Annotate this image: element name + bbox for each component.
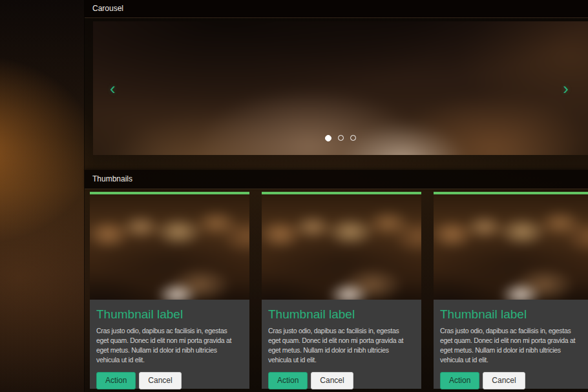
carousel-section-title: Carousel (92, 4, 123, 13)
carousel-indicator-3[interactable] (350, 135, 356, 141)
thumbnails-section-header: Thumbnails (85, 170, 588, 189)
carousel-section-header: Carousel (85, 0, 588, 18)
carousel-indicators (93, 132, 588, 143)
thumbnail-label: Thumbnail label (440, 307, 587, 322)
carousel-indicator-2[interactable] (338, 135, 344, 141)
thumbnail-card-1: Thumbnail label Cras justo odio, dapibus… (90, 192, 249, 389)
thumbnail-image (262, 194, 421, 300)
thumbnail-image (434, 194, 588, 300)
carousel: ‹ › (93, 21, 588, 155)
action-button[interactable]: Action (96, 372, 136, 389)
page-background: Carousel ‹ › Thumbnails Thumbnail label … (0, 0, 588, 392)
thumbnail-image-layer (262, 194, 421, 300)
thumbnail-caption: Thumbnail label Cras justo odio, dapibus… (434, 300, 588, 389)
thumbnail-image-layer (90, 194, 249, 300)
thumbnail-image (90, 194, 249, 300)
cancel-button[interactable]: Cancel (139, 372, 181, 389)
thumbnails-section-title: Thumbnails (92, 174, 132, 183)
thumbnails-row: Thumbnail label Cras justo odio, dapibus… (90, 192, 588, 389)
chevron-left-icon[interactable]: ‹ (110, 80, 116, 97)
chevron-right-icon[interactable]: › (563, 80, 569, 97)
thumbnail-description: Cras justo odio, dapibus ac facilisis in… (96, 326, 243, 365)
action-button[interactable]: Action (440, 372, 479, 389)
carousel-indicator-1[interactable] (325, 135, 331, 141)
thumbnail-image-layer (434, 194, 588, 300)
cancel-button[interactable]: Cancel (311, 372, 353, 389)
thumbnail-caption: Thumbnail label Cras justo odio, dapibus… (90, 300, 249, 389)
thumbnail-card-2: Thumbnail label Cras justo odio, dapibus… (262, 192, 421, 389)
content-panel: Carousel ‹ › Thumbnails Thumbnail label … (84, 0, 588, 392)
thumbnail-caption: Thumbnail label Cras justo odio, dapibus… (262, 300, 421, 389)
thumbnail-description: Cras justo odio, dapibus ac facilisis in… (268, 326, 415, 365)
action-button[interactable]: Action (268, 372, 308, 389)
thumbnail-label: Thumbnail label (96, 307, 243, 322)
thumbnail-description: Cras justo odio, dapibus ac facilisis in… (440, 326, 587, 365)
cancel-button[interactable]: Cancel (483, 372, 525, 389)
thumbnail-card-3: Thumbnail label Cras justo odio, dapibus… (434, 192, 588, 389)
thumbnail-label: Thumbnail label (268, 307, 415, 322)
